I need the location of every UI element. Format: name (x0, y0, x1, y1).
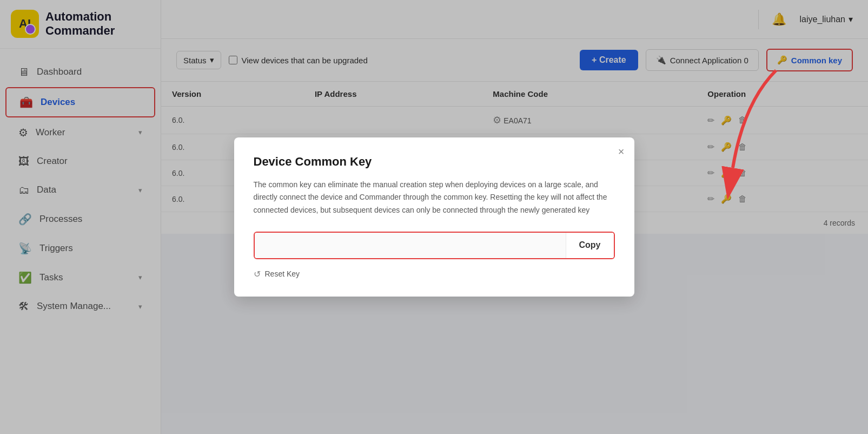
modal-title: Device Common Key (254, 155, 615, 169)
reset-icon: ↺ (254, 269, 261, 279)
common-key-input[interactable] (255, 233, 566, 258)
modal-description: The common key can eliminate the manual … (254, 179, 615, 216)
modal-close-button[interactable]: × (618, 146, 625, 157)
reset-key-label: Reset Key (265, 269, 300, 278)
key-input-row: Copy (254, 232, 615, 259)
modal-overlay[interactable]: × Device Common Key The common key can e… (0, 0, 868, 434)
reset-key-row[interactable]: ↺ Reset Key (254, 269, 615, 279)
copy-button[interactable]: Copy (566, 233, 614, 258)
device-common-key-modal: × Device Common Key The common key can e… (234, 137, 634, 296)
